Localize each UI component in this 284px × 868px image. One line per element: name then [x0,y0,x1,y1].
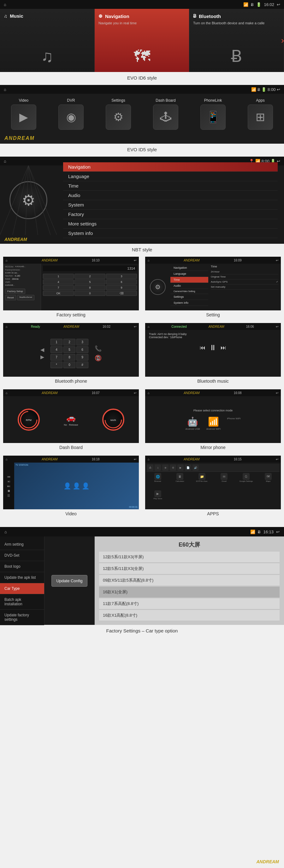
app-item-apps[interactable]: Apps ⊞ [236,97,284,131]
fac-batch-apk[interactable]: Batch apk installation [0,594,44,610]
app-playstore[interactable]: ▶ Play Store [147,490,168,507]
nbt-menu-language[interactable]: Language [63,172,278,181]
fac-dvd-set[interactable]: DVD-Set [0,550,44,561]
menu-item-music[interactable]: ♫ Music ♫ [0,9,95,72]
home-icon[interactable]: ⌂ [148,258,150,262]
num-3[interactable]: 3 [106,274,137,279]
dial-3[interactable]: 3 [76,339,88,345]
setting-time[interactable]: Time [170,277,208,283]
num-7[interactable]: 7 [43,285,74,290]
fac-update-factory[interactable]: Update factory settings [0,610,44,625]
app-navigation[interactable]: ⊕ [162,464,168,471]
dial-hash[interactable]: # [76,362,88,368]
setting-camera[interactable]: Camera/Video Setting [170,289,208,294]
dial-0[interactable]: 0 [63,362,75,368]
app-dashboard[interactable]: 🕹 [147,464,153,471]
car-option-5[interactable]: 16款X1高配(8.8寸) [99,610,280,621]
back-icon[interactable]: ↩ [276,258,278,262]
dial-star[interactable]: * [51,362,62,368]
back-icon[interactable]: ↩ [276,391,278,395]
home-icon[interactable]: ⌂ [148,458,150,461]
home-icon[interactable]: ⌂ [4,529,7,534]
video-play-button[interactable]: ⏯ [7,479,10,483]
fac-update-apk[interactable]: Update the apk list [0,572,44,583]
stopmcu-button[interactable]: StopMcuServer [17,295,34,300]
home-icon[interactable]: ⌂ [4,2,6,7]
setting-lang[interactable]: Language [170,271,208,277]
video-prev-button[interactable]: ⏮ [7,475,10,478]
num-6[interactable]: 6 [106,279,137,284]
num-5[interactable]: 5 [74,279,105,284]
num-ok[interactable]: OK [43,291,74,296]
num-backspace[interactable]: ⌫ [106,291,137,296]
factory-setup-button[interactable]: Factory Setup [5,288,25,294]
app-item-video[interactable]: Video ▶ [0,97,47,131]
home-icon[interactable]: ⌂ [6,258,7,262]
back-icon[interactable]: ↩ [277,2,280,7]
app-video[interactable]: ▶ [177,464,184,471]
android-usb-option[interactable]: 🤖 Android USB [185,416,200,430]
video-stop-button[interactable]: ⏹ [7,489,10,493]
nbt-menu-audio[interactable]: Audio [63,191,278,200]
app-maps[interactable]: 🗺 Maps [257,473,279,490]
home-icon[interactable]: ⌂ [148,325,150,329]
fac-car-type[interactable]: Car Type [0,583,44,594]
app-calculator[interactable]: 🖩 Calculator [169,473,191,490]
nbt-menu-system[interactable]: System [63,200,278,210]
car-option-0[interactable]: 12款5系/11款X3(半屏) [99,552,280,563]
num-8[interactable]: 8 [74,285,105,290]
setting-sysinfo[interactable]: System info [170,300,208,306]
home-icon[interactable]: ⌂ [4,159,6,163]
app-google-settings[interactable]: G Google Settings [235,473,257,490]
app-pdf[interactable]: 📄 [185,464,191,471]
update-config-button[interactable]: Update Config [52,575,87,587]
menu-item-navigation[interactable]: ⊕ Navigation Navigate you in real time 🗺 [95,9,189,72]
num-1[interactable]: 1 [43,274,74,279]
fac-boot-logo[interactable]: Boot logo [0,561,44,572]
home-icon[interactable]: ⌂ [148,391,150,395]
car-option-3[interactable]: 16款X1(全屏) [99,587,280,598]
back-icon[interactable]: ↩ [134,325,136,329]
back-icon[interactable]: ↩ [134,391,136,395]
fac-arm-setting[interactable]: Arm setting [0,539,44,550]
dial-7[interactable]: 7 [51,354,62,361]
setting-nav[interactable]: Navigation [170,265,208,271]
back-icon[interactable]: ↩ [134,458,136,461]
end-call-icon[interactable]: 📵 [95,354,102,362]
reset-button[interactable]: Reset [5,295,16,300]
num-4[interactable]: 4 [43,279,74,284]
app-item-phonelink[interactable]: PhoneLink 📱 [189,97,236,131]
dial-8[interactable]: 8 [63,354,75,361]
back-icon[interactable]: ↩ [276,529,280,534]
next-track-button[interactable]: ⏭ [221,344,226,351]
app-item-dashboard[interactable]: Dash Board 🕹 [142,97,189,131]
app-item-dvr[interactable]: DVR ◉ [47,97,95,131]
call-icon[interactable]: 📞 [95,345,102,352]
dial-4[interactable]: 4 [51,346,62,353]
dial-9[interactable]: 9 [76,354,88,361]
menu-item-bluetooth[interactable]: Ƀ Bluetooth Turn on the Bluetooth device… [189,9,284,72]
prev-icon[interactable]: ◀ [40,347,44,353]
play-pause-button[interactable]: ⏸ [209,343,217,352]
android-wifi-option[interactable]: 📶 Android WiFi [207,416,221,430]
home-icon[interactable]: ⌂ [6,391,7,395]
back-icon[interactable]: ↩ [277,87,280,92]
app-music[interactable]: ♫ [155,464,161,471]
car-option-2[interactable]: 09款X5/11款5系高配(8.8寸) [99,575,280,586]
nbt-menu-navigation[interactable]: Navigation [63,162,278,172]
app-gmail[interactable]: ✉ Gmail [213,473,235,490]
back-icon[interactable]: ↩ [276,325,278,329]
app-ampauto[interactable]: 🔊 [192,464,199,471]
num-0[interactable]: 0 [74,291,105,296]
video-next-button[interactable]: ⏭ [7,484,10,488]
next-icon[interactable]: ▶ [40,354,44,360]
setting-audio[interactable]: Audio [170,283,208,289]
nbt-menu-time[interactable]: Time [63,181,278,191]
home-icon[interactable]: ⌂ [6,458,7,461]
dial-2[interactable]: 2 [63,339,75,345]
dial-6[interactable]: 6 [76,346,88,353]
back-icon[interactable]: ↩ [134,258,136,262]
app-item-settings[interactable]: Settings ⚙ [95,97,142,131]
num-9[interactable]: 9 [106,285,137,290]
num-2[interactable]: 2 [74,274,105,279]
